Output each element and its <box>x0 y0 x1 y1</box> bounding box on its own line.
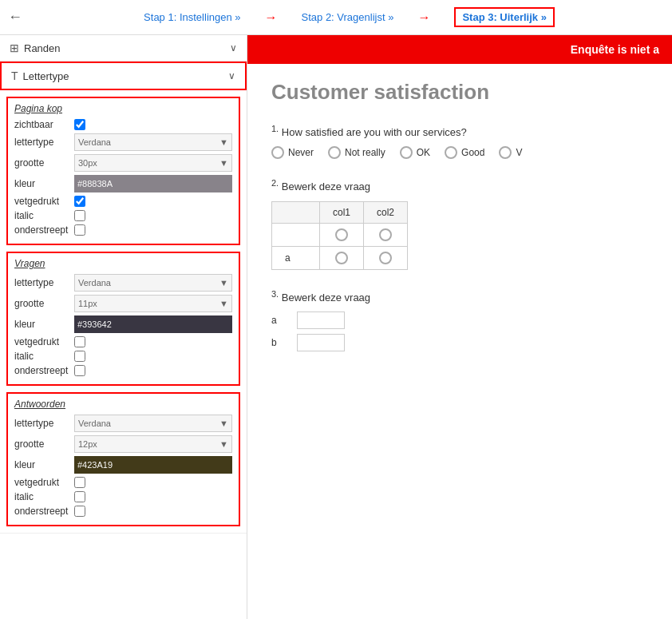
italic-a-checkbox[interactable] <box>74 491 85 502</box>
vetgedrukt-a-checkbox[interactable] <box>74 477 85 488</box>
onderstreept-pk-label: onderstreept <box>14 224 74 236</box>
onderstreept-v-checkbox[interactable] <box>74 365 85 376</box>
question-2-grid: col1 col2 <box>271 201 408 270</box>
option-v[interactable]: V <box>499 146 522 159</box>
grid-row2-col1[interactable] <box>320 246 364 269</box>
vetgedrukt-a-label: vetgedrukt <box>14 477 74 488</box>
step1-nav[interactable]: Stap 1: Instellingen » <box>144 11 240 23</box>
grootte-v-select[interactable]: 11px ▼ <box>74 295 232 312</box>
radio-v <box>499 146 512 159</box>
survey-container: Customer satisfaction 1. How satisfied a… <box>247 64 672 387</box>
antwoorden-section: Antwoorden lettertype Verdana ▼ grootte … <box>6 392 240 526</box>
step3-nav[interactable]: Stap 3: Uiterlijk » <box>454 7 554 27</box>
lettertype-a-value: Verdana <box>78 419 111 428</box>
grid-row1-label <box>272 223 320 246</box>
onderstreept-pk-checkbox[interactable] <box>74 224 85 236</box>
grootte-a-select[interactable]: 12px ▼ <box>74 435 232 453</box>
question-1-number: 1. <box>271 124 279 133</box>
lettertype-v-select[interactable]: Verdana ▼ <box>74 274 232 292</box>
lettertype-v-arrow: ▼ <box>219 278 228 288</box>
grid-row-2: a <box>272 246 408 269</box>
zichtbaar-checkbox[interactable] <box>74 119 85 130</box>
onderstreept-a-checkbox[interactable] <box>74 506 85 517</box>
text-input-row-b: b <box>271 334 648 351</box>
step2-nav[interactable]: Stap 2: Vragenlijst » <box>302 11 394 23</box>
grid-row1-col1[interactable] <box>320 223 364 246</box>
option-not-really[interactable]: Not really <box>328 146 385 159</box>
lettertype-pk-row: lettertype Verdana ▼ <box>14 133 232 151</box>
zichtbaar-label: zichtbaar <box>14 119 74 130</box>
grootte-v-arrow: ▼ <box>219 299 228 308</box>
vetgedrukt-pk-wrap <box>74 196 232 207</box>
grootte-a-label: grootte <box>14 438 74 450</box>
antwoorden-title: Antwoorden <box>14 399 232 410</box>
font-label: Lettertype <box>23 70 69 82</box>
vragen-title: Vragen <box>14 258 232 269</box>
option-ok-label: OK <box>417 147 430 158</box>
question-2-number: 2. <box>271 178 279 188</box>
option-never[interactable]: Never <box>271 146 314 159</box>
onderstreept-a-row: onderstreept <box>14 506 232 517</box>
vetgedrukt-pk-checkbox[interactable] <box>74 196 85 207</box>
grootte-v-value: 11px <box>78 299 97 308</box>
italic-a-label: italic <box>14 491 74 502</box>
option-v-label: V <box>516 147 522 158</box>
kleur-a-row: kleur #423A19 <box>14 456 232 474</box>
sidebar: ⊞ Randen ∨ T Lettertype ∨ Pagina kop zic… <box>0 35 247 619</box>
randen-header[interactable]: ⊞ Randen ∨ <box>0 35 247 61</box>
option-good[interactable]: Good <box>445 146 484 159</box>
question-3-number: 3. <box>271 289 279 299</box>
lettertype-pk-arrow: ▼ <box>219 137 228 147</box>
grid-row1-col2[interactable] <box>364 223 408 246</box>
question-2-label: 2. Bewerk deze vraag <box>271 178 648 192</box>
radio-not-really <box>328 146 341 159</box>
question-3-block: 3. Bewerk deze vraag a b <box>271 289 648 351</box>
grid-radio-r2c1 <box>335 252 348 264</box>
text-input-label-b: b <box>271 337 287 348</box>
vetgedrukt-v-row: vetgedrukt <box>14 336 232 347</box>
kleur-v-color[interactable]: #393642 <box>74 315 232 333</box>
error-banner: Enquête is niet a <box>247 35 672 64</box>
nav-arrow: → <box>265 10 278 25</box>
zichtbaar-checkbox-wrap <box>74 119 232 130</box>
onderstreept-pk-row: onderstreept <box>14 224 232 236</box>
kleur-v-row: kleur #393642 <box>14 315 232 333</box>
grootte-pk-select[interactable]: 30px ▼ <box>74 154 232 172</box>
kleur-pk-color[interactable]: #88838A <box>74 175 232 192</box>
grootte-pk-value: 30px <box>78 158 97 168</box>
font-header[interactable]: T Lettertype ∨ <box>0 62 247 90</box>
option-good-label: Good <box>461 147 484 158</box>
font-section: T Lettertype ∨ Pagina kop zichtbaar lett… <box>0 62 247 534</box>
option-ok[interactable]: OK <box>400 146 430 159</box>
italic-v-label: italic <box>14 351 74 362</box>
grootte-pk-row: grootte 30px ▼ <box>14 154 232 172</box>
grid-row-1 <box>272 223 408 246</box>
kleur-a-color[interactable]: #423A19 <box>74 456 232 474</box>
question-1-block: 1. How satisfied are you with our servic… <box>271 124 648 159</box>
grid-row2-label: a <box>272 246 320 269</box>
text-input-b[interactable] <box>297 334 345 351</box>
onderstreept-v-wrap <box>74 365 232 376</box>
grid-row2-col2[interactable] <box>364 246 408 269</box>
vetgedrukt-v-checkbox[interactable] <box>74 336 85 347</box>
lettertype-v-label: lettertype <box>14 277 74 288</box>
lettertype-v-value: Verdana <box>78 278 111 288</box>
italic-pk-row: italic <box>14 210 232 221</box>
lettertype-a-row: lettertype Verdana ▼ <box>14 415 232 432</box>
step-navigation: Stap 1: Instellingen » → Stap 2: Vragenl… <box>34 7 664 27</box>
radio-never <box>271 146 284 159</box>
italic-v-checkbox[interactable] <box>74 351 85 362</box>
italic-v-row: italic <box>14 351 232 362</box>
kleur-pk-label: kleur <box>14 178 74 189</box>
italic-pk-checkbox[interactable] <box>74 210 85 221</box>
vetgedrukt-a-row: vetgedrukt <box>14 477 232 488</box>
lettertype-pk-select[interactable]: Verdana ▼ <box>74 133 232 151</box>
kleur-pk-row: kleur #88838A <box>14 175 232 192</box>
lettertype-a-select[interactable]: Verdana ▼ <box>74 415 232 432</box>
question-3-label: 3. Bewerk deze vraag <box>271 289 648 304</box>
radio-ok <box>400 146 413 159</box>
text-input-a[interactable] <box>297 311 345 329</box>
lettertype-v-row: lettertype Verdana ▼ <box>14 274 232 292</box>
kleur-a-label: kleur <box>14 459 74 470</box>
back-icon[interactable]: ← <box>8 9 22 26</box>
